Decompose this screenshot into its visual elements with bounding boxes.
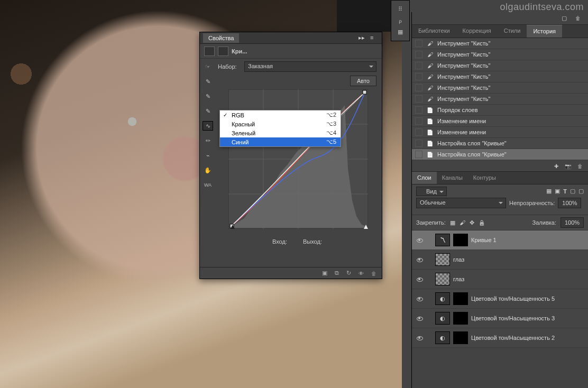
panel-menu-icon[interactable]: ≡ xyxy=(370,34,379,42)
layer-row[interactable]: глаз xyxy=(412,250,588,270)
layer-row[interactable]: ◐Цветовой тон/Насыщенность 5 xyxy=(412,289,588,309)
history-checkbox[interactable] xyxy=(415,140,422,147)
history-checkbox[interactable] xyxy=(415,73,422,80)
layer-row[interactable]: ◐Цветовой тон/Насыщенность 3 xyxy=(412,309,588,328)
hand-tool-icon[interactable]: ✋ xyxy=(203,165,213,175)
channel-menu-item[interactable]: Красный⌥3 xyxy=(220,119,341,128)
layer-mask-thumb[interactable] xyxy=(453,331,468,344)
filter-smart-icon[interactable] xyxy=(578,188,584,195)
filter-shape-icon[interactable] xyxy=(570,188,575,195)
visibility-toggle-icon[interactable] xyxy=(415,275,424,283)
history-checkbox[interactable] xyxy=(415,62,422,69)
lock-all-icon[interactable] xyxy=(479,219,485,226)
curve-point-tool-icon[interactable]: ∿ xyxy=(203,121,213,131)
fill-value[interactable]: 100% xyxy=(561,217,584,228)
layers-tab-контуры[interactable]: Контуры xyxy=(468,172,501,184)
history-checkbox[interactable] xyxy=(415,151,422,158)
history-item[interactable]: Инструмент "Кисть" xyxy=(412,38,588,49)
layer-filter-select[interactable]: Вид xyxy=(416,187,447,196)
history-checkbox[interactable] xyxy=(415,95,422,103)
channel-menu[interactable]: RGB⌥2Красный⌥3Зеленый⌥4Синий⌥5 xyxy=(219,110,341,147)
layer-name[interactable]: Цветовой тон/Насыщенность 3 xyxy=(471,315,555,321)
preset-select[interactable]: Заказная xyxy=(244,61,376,72)
layer-mask-thumb[interactable] xyxy=(453,234,468,246)
lock-position-icon[interactable] xyxy=(470,219,474,226)
previous-state-icon[interactable] xyxy=(335,270,339,276)
layer-name[interactable]: Цветовой тон/Насыщенность 5 xyxy=(471,295,555,302)
curve-pencil-tool-icon[interactable]: ✏ xyxy=(203,136,213,145)
gray-eyedropper-icon[interactable]: ✎ xyxy=(203,91,213,101)
visibility-toggle-icon[interactable] xyxy=(415,314,424,322)
layers-tab-каналы[interactable]: Каналы xyxy=(437,172,468,184)
history-item[interactable]: Инструмент "Кисть" xyxy=(412,82,588,94)
history-item[interactable]: Инструмент "Кисть" xyxy=(412,94,588,105)
blend-mode-select[interactable]: Обычные xyxy=(416,198,506,208)
history-item[interactable]: Инструмент "Кисть" xyxy=(412,49,588,60)
snapshot-icon[interactable] xyxy=(565,163,571,169)
opacity-value[interactable]: 100% xyxy=(558,198,581,208)
dock-item-icon[interactable]: ▦ xyxy=(393,26,407,38)
history-checkbox[interactable] xyxy=(415,117,422,125)
layer-name[interactable]: глаз xyxy=(453,276,464,282)
history-checkbox[interactable] xyxy=(415,40,422,47)
history-item[interactable]: Настройка слоя "Кривые" xyxy=(412,138,588,149)
tab-коррекция[interactable]: Коррекция xyxy=(456,25,498,38)
layer-row[interactable]: ◐Цветовой тон/Насыщенность 2 xyxy=(412,328,588,348)
channel-menu-item[interactable]: Синий⌥5 xyxy=(220,137,341,146)
visibility-toggle-icon[interactable] xyxy=(415,255,424,264)
new-snapshot-icon[interactable] xyxy=(562,15,569,22)
history-item[interactable]: Инструмент "Кисть" xyxy=(412,71,588,82)
filter-adjust-icon[interactable] xyxy=(555,188,560,195)
history-checkbox[interactable] xyxy=(415,128,422,136)
history-checkbox[interactable] xyxy=(415,51,422,58)
history-item[interactable]: Настройка слоя "Кривые" xyxy=(412,149,588,160)
layer-mask-thumb[interactable] xyxy=(453,312,468,325)
history-item[interactable]: Порядок слоев xyxy=(412,105,588,116)
layer-row[interactable]: 〽Кривые 1 xyxy=(412,230,588,250)
smooth-tool-icon[interactable]: ⌁ xyxy=(203,151,213,160)
delete-state-icon[interactable] xyxy=(577,163,583,169)
auto-button[interactable]: Авто xyxy=(350,76,376,86)
collapse-icon[interactable]: ▸▸ xyxy=(359,34,367,42)
layers-tab-слои[interactable]: Слои xyxy=(412,172,437,184)
history-item[interactable]: Изменение имени xyxy=(412,127,588,138)
white-eyedropper-icon[interactable]: ✎ xyxy=(203,77,213,86)
delete-icon[interactable] xyxy=(575,15,583,22)
channel-menu-item[interactable]: Зеленый⌥4 xyxy=(220,128,341,137)
history-item[interactable]: Изменение имени xyxy=(412,116,588,127)
layer-thumb[interactable] xyxy=(435,253,450,266)
tab-стили[interactable]: Стили xyxy=(498,25,527,38)
on-image-tool-icon[interactable]: ☞ xyxy=(203,62,213,71)
toggle-visibility-icon[interactable] xyxy=(359,270,364,276)
paragraph-glyph-icon[interactable]: ρ xyxy=(393,15,407,26)
tab-библиотеки[interactable]: Библиотеки xyxy=(412,25,456,38)
layer-name[interactable]: Цветовой тон/Насыщенность 2 xyxy=(471,335,555,341)
properties-titlebar[interactable]: Свойства ▸▸ ≡ xyxy=(200,32,382,44)
layer-name[interactable]: глаз xyxy=(453,256,464,263)
visibility-toggle-icon[interactable] xyxy=(415,236,424,244)
black-eyedropper-icon[interactable]: ✎ xyxy=(203,106,213,116)
history-checkbox[interactable] xyxy=(415,84,422,91)
clip-to-layer-icon[interactable] xyxy=(322,270,327,276)
filter-pixel-icon[interactable] xyxy=(546,188,552,195)
reset-icon[interactable] xyxy=(346,270,351,276)
history-item[interactable]: Инструмент "Кисть" xyxy=(412,60,588,71)
lock-transparent-icon[interactable] xyxy=(450,219,455,226)
channel-menu-item[interactable]: RGB⌥2 xyxy=(220,110,341,119)
histogram-options-icon[interactable]: WA xyxy=(203,180,213,190)
lock-pixels-icon[interactable] xyxy=(460,219,465,226)
delete-adjustment-icon[interactable] xyxy=(371,270,376,276)
layer-name[interactable]: Кривые 1 xyxy=(471,237,497,243)
visibility-toggle-icon[interactable] xyxy=(415,294,424,303)
layer-mask-thumb[interactable] xyxy=(453,292,468,305)
history-checkbox[interactable] xyxy=(415,106,422,114)
layer-row[interactable]: глаз xyxy=(412,270,588,289)
properties-tab[interactable]: Свойства xyxy=(203,33,239,43)
dock-handle-icon[interactable]: ⠿ xyxy=(393,4,407,15)
mask-icon[interactable] xyxy=(218,47,228,56)
filter-type-icon[interactable] xyxy=(563,188,567,195)
visibility-toggle-icon[interactable] xyxy=(415,334,424,342)
create-document-icon[interactable] xyxy=(554,163,558,169)
layer-thumb[interactable] xyxy=(435,273,450,285)
tab-история[interactable]: История xyxy=(527,25,562,38)
